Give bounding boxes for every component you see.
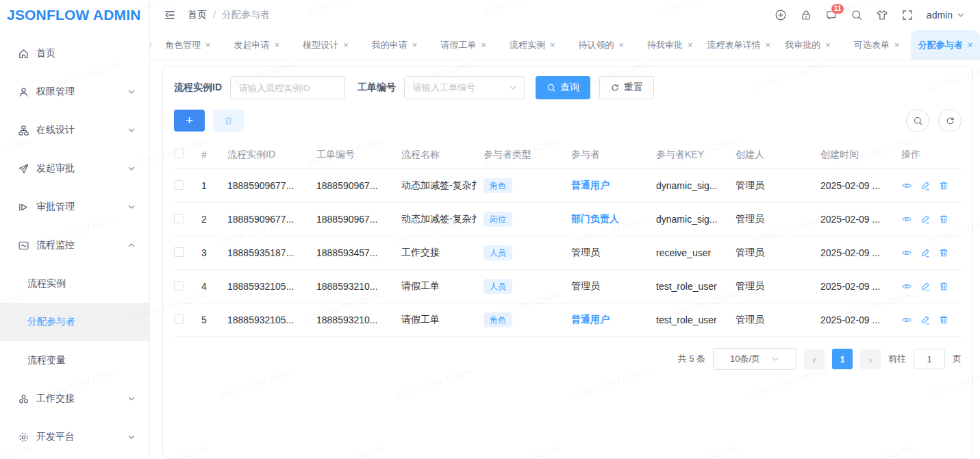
cell-index: 1 xyxy=(201,180,227,191)
prev-page-button[interactable]: ‹ xyxy=(804,349,825,369)
cell-participant-key: receive_user xyxy=(656,247,736,258)
theme-icon[interactable] xyxy=(876,9,888,21)
sidebar-item-approval-management[interactable]: 审批管理 xyxy=(0,188,149,226)
lock-icon[interactable] xyxy=(800,9,812,21)
close-icon[interactable]: × xyxy=(825,40,831,50)
goto-page-input[interactable] xyxy=(914,349,945,369)
edit-icon[interactable] xyxy=(920,247,931,258)
row-checkbox[interactable] xyxy=(174,214,184,223)
close-icon[interactable]: × xyxy=(766,40,771,50)
close-icon[interactable]: × xyxy=(275,40,280,50)
sidebar-subitem-process-instance[interactable]: 流程实例 xyxy=(0,264,149,303)
row-checkbox[interactable] xyxy=(174,180,184,190)
tab-initiate-request[interactable]: 发起申请× xyxy=(223,30,292,60)
row-checkbox[interactable] xyxy=(174,314,184,324)
close-icon[interactable]: × xyxy=(412,40,418,50)
tab-leave-order[interactable]: 请假工单× xyxy=(429,30,498,60)
cell-created-time: 2025-02-09 ... xyxy=(820,180,901,191)
sidebar-item-home[interactable]: 首页 xyxy=(0,34,149,73)
table-toolbar: + xyxy=(174,109,962,132)
cell-instance-id: 18885909677... xyxy=(227,180,316,191)
sidebar-item-process-monitor[interactable]: 流程监控 xyxy=(0,226,149,264)
view-icon[interactable] xyxy=(901,214,912,225)
view-icon[interactable] xyxy=(901,180,912,191)
search-icon[interactable] xyxy=(851,9,863,21)
close-icon[interactable]: × xyxy=(205,40,211,50)
chevron-up-icon xyxy=(127,241,136,249)
table-refresh-button[interactable] xyxy=(938,109,962,132)
order-no-select[interactable]: 请输入工单编号 xyxy=(404,76,525,99)
participant-link[interactable]: 部门负责人 xyxy=(571,213,619,224)
chevron-down-icon xyxy=(127,164,136,173)
tab-selectable-forms[interactable]: 可选表单× xyxy=(842,30,912,60)
close-icon[interactable]: × xyxy=(688,40,693,50)
table-search-button[interactable] xyxy=(906,109,929,132)
cell-index: 5 xyxy=(201,314,227,325)
edit-icon[interactable] xyxy=(920,214,931,225)
close-icon[interactable]: × xyxy=(550,40,555,50)
edit-icon[interactable] xyxy=(920,314,931,325)
delete-icon[interactable] xyxy=(938,314,949,325)
delete-icon[interactable] xyxy=(938,214,949,225)
close-icon[interactable]: × xyxy=(894,40,900,50)
tab-awaiting-my-approval[interactable]: 待我审批× xyxy=(636,30,705,60)
edit-icon[interactable] xyxy=(920,180,931,191)
page-number-button[interactable]: 1 xyxy=(832,349,853,369)
close-icon[interactable]: × xyxy=(481,40,486,50)
participant-link[interactable]: 普通用户 xyxy=(571,179,610,190)
tab-role-management[interactable]: 角色管理× xyxy=(153,30,223,60)
delete-icon[interactable] xyxy=(938,180,949,191)
query-button[interactable]: 查询 xyxy=(536,76,590,99)
close-icon[interactable]: × xyxy=(618,40,624,50)
plus-circle-icon[interactable] xyxy=(775,9,787,21)
tab-process-form-detail[interactable]: 流程表单详情× xyxy=(705,30,774,60)
view-icon[interactable] xyxy=(901,281,912,292)
tab-my-requests[interactable]: 我的申请× xyxy=(360,30,429,60)
view-icon[interactable] xyxy=(901,247,912,258)
tab-to-claim[interactable]: 待认领的× xyxy=(566,30,636,60)
tab-assign-participant[interactable]: 分配参与者× xyxy=(911,30,980,60)
chevron-down-icon xyxy=(127,395,136,403)
row-checkbox[interactable] xyxy=(174,281,184,290)
sidebar-item-work-handover[interactable]: 工作交接 xyxy=(0,380,149,418)
menu-fold-icon[interactable] xyxy=(164,9,176,21)
tab-label: 发起申请 xyxy=(234,39,270,51)
tab-model-design[interactable]: 模型设计× xyxy=(291,30,360,60)
participant-type-tag: 角色 xyxy=(483,178,512,193)
sidebar-item-online-design[interactable]: 在线设计 xyxy=(0,111,149,149)
cell-instance-id: 18885932105... xyxy=(227,314,316,325)
next-page-button[interactable]: › xyxy=(860,349,881,369)
col-operations: 操作 xyxy=(901,149,962,161)
cell-created-time: 2025-02-09 ... xyxy=(820,247,901,258)
user-dropdown[interactable]: admin xyxy=(927,10,965,21)
topbar: 首页 / 分配参与者 11 admin xyxy=(150,0,980,30)
sidebar-item-initiate-approval[interactable]: 发起审批 xyxy=(0,149,149,188)
sidebar-item-dev-platform[interactable]: 开发平台 xyxy=(0,418,149,456)
instance-id-input[interactable] xyxy=(230,76,345,99)
edit-icon[interactable] xyxy=(920,281,931,292)
col-participant: 参与者 xyxy=(571,149,656,161)
fullscreen-icon[interactable] xyxy=(901,9,914,21)
gear-icon xyxy=(18,432,29,443)
tab-approved-by-me[interactable]: 我审批的× xyxy=(773,30,842,60)
tab-process-instance[interactable]: 流程实例× xyxy=(498,30,567,60)
sidebar-item-permissions[interactable]: 权限管理 xyxy=(0,73,149,111)
breadcrumb-home[interactable]: 首页 xyxy=(188,9,207,21)
participant-link[interactable]: 普通用户 xyxy=(571,314,610,325)
data-table: # 流程实例ID 工单编号 流程名称 参与者类型 参与者 参与者KEY 创建人 … xyxy=(174,140,962,337)
batch-delete-button[interactable] xyxy=(213,110,244,132)
reset-button[interactable]: 重置 xyxy=(599,76,654,99)
select-all-checkbox[interactable] xyxy=(174,149,184,158)
message-icon[interactable]: 11 xyxy=(825,9,838,21)
delete-icon[interactable] xyxy=(938,281,949,292)
close-icon[interactable]: × xyxy=(343,40,349,50)
view-icon[interactable] xyxy=(901,314,912,325)
page-size-select[interactable]: 10条/页 xyxy=(713,348,796,370)
delete-icon[interactable] xyxy=(938,247,949,258)
add-button[interactable]: + xyxy=(174,110,205,132)
sidebar-subitem-assign-participant[interactable]: 分配参与者 xyxy=(0,303,149,341)
close-icon[interactable]: × xyxy=(968,40,973,50)
row-checkbox[interactable] xyxy=(174,247,184,257)
cell-creator: 管理员 xyxy=(736,213,820,225)
sidebar-subitem-process-variable[interactable]: 流程变量 xyxy=(0,341,149,380)
